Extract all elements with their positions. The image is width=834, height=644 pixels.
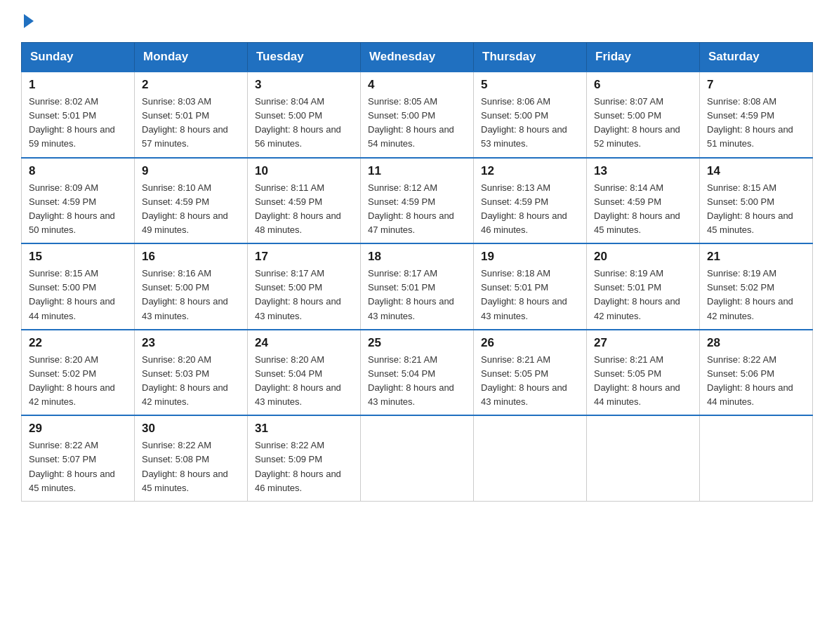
day-number: 26 [481,336,579,350]
day-info: Sunrise: 8:21 AMSunset: 5:04 PMDaylight:… [368,354,454,407]
weekday-header-sunday: Sunday [22,43,135,72]
day-number: 3 [255,78,353,92]
calendar-cell: 21 Sunrise: 8:19 AMSunset: 5:02 PMDaylig… [700,243,813,330]
day-info: Sunrise: 8:13 AMSunset: 4:59 PMDaylight:… [481,182,567,235]
day-number: 9 [142,164,240,178]
calendar-week-row: 8 Sunrise: 8:09 AMSunset: 4:59 PMDayligh… [22,158,813,244]
day-info: Sunrise: 8:22 AMSunset: 5:09 PMDaylight:… [255,440,341,492]
day-info: Sunrise: 8:17 AMSunset: 5:00 PMDaylight:… [255,268,341,321]
day-number: 20 [594,250,692,264]
day-number: 6 [594,78,692,92]
calendar-week-row: 1 Sunrise: 8:02 AMSunset: 5:01 PMDayligh… [22,72,813,158]
calendar-cell: 17 Sunrise: 8:17 AMSunset: 5:00 PMDaylig… [248,243,361,330]
calendar-cell: 28 Sunrise: 8:22 AMSunset: 5:06 PMDaylig… [700,330,813,416]
calendar-cell: 2 Sunrise: 8:03 AMSunset: 5:01 PMDayligh… [135,72,248,158]
calendar-cell: 9 Sunrise: 8:10 AMSunset: 4:59 PMDayligh… [135,158,248,244]
day-info: Sunrise: 8:20 AMSunset: 5:03 PMDaylight:… [142,354,228,407]
calendar-week-row: 15 Sunrise: 8:15 AMSunset: 5:00 PMDaylig… [22,243,813,330]
calendar-cell: 10 Sunrise: 8:11 AMSunset: 4:59 PMDaylig… [248,158,361,244]
calendar-cell: 29 Sunrise: 8:22 AMSunset: 5:07 PMDaylig… [22,415,135,501]
weekday-header-tuesday: Tuesday [248,43,361,72]
weekday-header-wednesday: Wednesday [361,43,474,72]
day-number: 13 [594,164,692,178]
day-number: 5 [481,78,579,92]
calendar-cell: 27 Sunrise: 8:21 AMSunset: 5:05 PMDaylig… [587,330,700,416]
day-info: Sunrise: 8:14 AMSunset: 4:59 PMDaylight:… [594,182,680,235]
day-number: 18 [368,250,466,264]
calendar-cell [361,415,474,501]
logo-arrow-icon [24,14,34,28]
calendar-cell: 19 Sunrise: 8:18 AMSunset: 5:01 PMDaylig… [474,243,587,330]
calendar-cell: 14 Sunrise: 8:15 AMSunset: 5:00 PMDaylig… [700,158,813,244]
day-number: 4 [368,78,466,92]
calendar-cell: 20 Sunrise: 8:19 AMSunset: 5:01 PMDaylig… [587,243,700,330]
day-info: Sunrise: 8:08 AMSunset: 4:59 PMDaylight:… [707,96,793,149]
day-number: 30 [142,422,240,436]
logo-blue-text [21,14,34,28]
calendar-cell: 12 Sunrise: 8:13 AMSunset: 4:59 PMDaylig… [474,158,587,244]
calendar-cell: 30 Sunrise: 8:22 AMSunset: 5:08 PMDaylig… [135,415,248,501]
day-number: 14 [707,164,805,178]
day-info: Sunrise: 8:15 AMSunset: 5:00 PMDaylight:… [29,268,115,321]
calendar-cell: 31 Sunrise: 8:22 AMSunset: 5:09 PMDaylig… [248,415,361,501]
calendar-cell: 15 Sunrise: 8:15 AMSunset: 5:00 PMDaylig… [22,243,135,330]
calendar-header-row: SundayMondayTuesdayWednesdayThursdayFrid… [22,43,813,72]
day-info: Sunrise: 8:22 AMSunset: 5:07 PMDaylight:… [29,440,115,492]
calendar-cell: 13 Sunrise: 8:14 AMSunset: 4:59 PMDaylig… [587,158,700,244]
day-number: 12 [481,164,579,178]
calendar-cell [587,415,700,501]
day-info: Sunrise: 8:02 AMSunset: 5:01 PMDaylight:… [29,96,115,149]
day-info: Sunrise: 8:07 AMSunset: 5:00 PMDaylight:… [594,96,680,149]
day-info: Sunrise: 8:21 AMSunset: 5:05 PMDaylight:… [481,354,567,407]
calendar-cell: 23 Sunrise: 8:20 AMSunset: 5:03 PMDaylig… [135,330,248,416]
day-number: 23 [142,336,240,350]
day-info: Sunrise: 8:12 AMSunset: 4:59 PMDaylight:… [368,182,454,235]
weekday-header-monday: Monday [135,43,248,72]
day-info: Sunrise: 8:18 AMSunset: 5:01 PMDaylight:… [481,268,567,321]
weekday-header-saturday: Saturday [700,43,813,72]
day-info: Sunrise: 8:16 AMSunset: 5:00 PMDaylight:… [142,268,228,321]
calendar-cell: 4 Sunrise: 8:05 AMSunset: 5:00 PMDayligh… [361,72,474,158]
logo [21,14,34,28]
day-number: 22 [29,336,127,350]
calendar-cell: 6 Sunrise: 8:07 AMSunset: 5:00 PMDayligh… [587,72,700,158]
day-number: 25 [368,336,466,350]
day-number: 2 [142,78,240,92]
day-info: Sunrise: 8:17 AMSunset: 5:01 PMDaylight:… [368,268,454,321]
day-info: Sunrise: 8:11 AMSunset: 4:59 PMDaylight:… [255,182,341,235]
page-header [21,14,813,28]
day-number: 19 [481,250,579,264]
day-number: 16 [142,250,240,264]
day-number: 7 [707,78,805,92]
calendar-cell: 16 Sunrise: 8:16 AMSunset: 5:00 PMDaylig… [135,243,248,330]
calendar-cell: 8 Sunrise: 8:09 AMSunset: 4:59 PMDayligh… [22,158,135,244]
weekday-header-thursday: Thursday [474,43,587,72]
calendar-cell [700,415,813,501]
calendar-cell: 1 Sunrise: 8:02 AMSunset: 5:01 PMDayligh… [22,72,135,158]
calendar-cell: 24 Sunrise: 8:20 AMSunset: 5:04 PMDaylig… [248,330,361,416]
calendar-cell: 7 Sunrise: 8:08 AMSunset: 4:59 PMDayligh… [700,72,813,158]
day-number: 28 [707,336,805,350]
calendar-cell: 18 Sunrise: 8:17 AMSunset: 5:01 PMDaylig… [361,243,474,330]
day-number: 15 [29,250,127,264]
calendar-cell: 22 Sunrise: 8:20 AMSunset: 5:02 PMDaylig… [22,330,135,416]
calendar-cell [474,415,587,501]
day-info: Sunrise: 8:04 AMSunset: 5:00 PMDaylight:… [255,96,341,149]
day-info: Sunrise: 8:03 AMSunset: 5:01 PMDaylight:… [142,96,228,149]
calendar-cell: 5 Sunrise: 8:06 AMSunset: 5:00 PMDayligh… [474,72,587,158]
day-number: 1 [29,78,127,92]
day-info: Sunrise: 8:22 AMSunset: 5:08 PMDaylight:… [142,440,228,492]
calendar-cell: 25 Sunrise: 8:21 AMSunset: 5:04 PMDaylig… [361,330,474,416]
weekday-header-friday: Friday [587,43,700,72]
day-info: Sunrise: 8:19 AMSunset: 5:02 PMDaylight:… [707,268,793,321]
day-info: Sunrise: 8:21 AMSunset: 5:05 PMDaylight:… [594,354,680,407]
day-number: 21 [707,250,805,264]
calendar-week-row: 29 Sunrise: 8:22 AMSunset: 5:07 PMDaylig… [22,415,813,501]
day-number: 17 [255,250,353,264]
day-info: Sunrise: 8:20 AMSunset: 5:02 PMDaylight:… [29,354,115,407]
calendar-table: SundayMondayTuesdayWednesdayThursdayFrid… [21,42,813,502]
day-number: 29 [29,422,127,436]
day-number: 11 [368,164,466,178]
day-number: 8 [29,164,127,178]
day-info: Sunrise: 8:20 AMSunset: 5:04 PMDaylight:… [255,354,341,407]
